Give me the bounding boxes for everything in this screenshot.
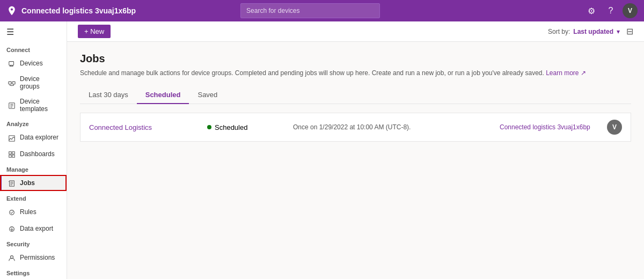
page-subtitle: Schedule and manage bulk actions for dev…: [80, 68, 631, 78]
content-toolbar: + New Sort by: Last updated ▾ ⊟: [67, 21, 644, 42]
hamburger-button[interactable]: ☰: [0, 21, 67, 42]
sidebar-item-data-explorer-label: Data explorer: [20, 134, 58, 141]
sidebar-item-permissions[interactable]: Permissions: [0, 249, 67, 266]
page-body: Jobs Schedule and manage bulk actions fo…: [67, 42, 644, 152]
status-dot-scheduled: [207, 125, 211, 129]
jobs-icon: [8, 179, 16, 187]
main-layout: ☰ Connect Devices Device groups Device t…: [0, 21, 644, 279]
app-logo: Connected logistics 3vuaj1x6bp: [6, 5, 136, 16]
sort-section: Sort by: Last updated ▾ ⊟: [548, 26, 633, 36]
location-pin-icon: [6, 5, 17, 16]
sidebar-item-data-explorer[interactable]: Data explorer: [0, 129, 67, 145]
tab-scheduled[interactable]: Scheduled: [137, 86, 189, 104]
svg-rect-14: [9, 135, 15, 141]
sidebar-item-device-groups-label: Device groups: [20, 75, 60, 90]
svg-rect-16: [12, 152, 14, 154]
sidebar-section-connect: Connect: [0, 42, 67, 55]
permissions-icon: [8, 253, 16, 262]
help-icon[interactable]: ?: [603, 3, 618, 18]
sidebar-section-extend: Extend: [0, 191, 67, 204]
svg-point-23: [10, 210, 14, 215]
tab-saved[interactable]: Saved: [189, 86, 226, 104]
sidebar-item-dashboards[interactable]: Dashboards: [0, 146, 67, 162]
sidebar-item-device-templates-label: Device templates: [20, 98, 60, 113]
sidebar-item-permissions-label: Permissions: [20, 254, 55, 261]
device-templates-icon: [8, 101, 16, 109]
job-user-avatar: V: [607, 120, 622, 135]
job-schedule: Once on 1/29/2022 at 10:00 AM (UTC-8).: [293, 123, 500, 131]
sidebar-section-security: Security: [0, 237, 67, 249]
device-groups-icon: [8, 78, 16, 87]
sidebar-section-manage: Manage: [0, 162, 67, 175]
job-name-link[interactable]: Connected Logistics: [89, 123, 207, 131]
sidebar-item-jobs-label: Jobs: [20, 179, 35, 187]
sidebar-item-rules-label: Rules: [20, 208, 36, 216]
sidebar-item-rules[interactable]: Rules: [0, 204, 67, 220]
app-name: Connected logistics 3vuaj1x6bp: [21, 6, 136, 15]
job-status-label: Scheduled: [215, 123, 247, 131]
svg-rect-17: [9, 155, 11, 157]
svg-rect-4: [9, 82, 11, 84]
sidebar-item-jobs[interactable]: Jobs: [0, 175, 67, 191]
sort-prefix-label: Sort by:: [548, 28, 570, 35]
svg-rect-5: [12, 82, 15, 84]
sidebar-item-devices[interactable]: Devices: [0, 55, 67, 71]
new-job-button[interactable]: + New: [78, 25, 111, 38]
learn-more-link[interactable]: Learn more ↗: [546, 69, 586, 77]
topbar: Connected logistics 3vuaj1x6bp ⚙ ? V: [0, 0, 644, 21]
filter-icon[interactable]: ⊟: [626, 26, 633, 36]
svg-rect-15: [9, 152, 11, 154]
sidebar-item-devices-label: Devices: [20, 60, 43, 67]
sort-value-button[interactable]: Last updated: [573, 28, 613, 35]
data-export-icon: [8, 224, 16, 232]
job-status: Scheduled: [207, 123, 293, 131]
user-avatar[interactable]: V: [623, 3, 638, 18]
rules-icon: [8, 208, 16, 216]
sidebar-section-settings: Settings: [0, 266, 67, 278]
page-title: Jobs: [80, 53, 631, 65]
sidebar-item-device-groups[interactable]: Device groups: [0, 71, 67, 94]
device-icon: [8, 59, 16, 68]
search-input[interactable]: [240, 3, 380, 18]
job-app-link[interactable]: Connected logistics 3vuaj1x6bp: [500, 123, 607, 131]
sidebar-section-analyze: Analyze: [0, 116, 67, 129]
sort-chevron-icon[interactable]: ▾: [617, 28, 620, 35]
jobs-tabs: Last 30 days Scheduled Saved: [80, 86, 631, 104]
sidebar: ☰ Connect Devices Device groups Device t…: [0, 21, 67, 279]
dashboards-icon: [8, 150, 16, 158]
sidebar-item-device-templates[interactable]: Device templates: [0, 94, 67, 116]
svg-rect-0: [9, 62, 14, 65]
topbar-actions: ⚙ ? V: [584, 3, 638, 18]
main-content: + New Sort by: Last updated ▾ ⊟ Jobs Sch…: [67, 21, 644, 279]
job-list: Connected Logistics Scheduled Once on 1/…: [80, 113, 631, 142]
search-bar[interactable]: [240, 3, 380, 18]
svg-rect-18: [12, 155, 14, 157]
data-explorer-icon: [8, 133, 16, 142]
tab-last30days[interactable]: Last 30 days: [80, 86, 137, 104]
settings-icon[interactable]: ⚙: [584, 3, 599, 18]
sidebar-item-data-export-label: Data export: [20, 225, 53, 232]
sidebar-item-dashboards-label: Dashboards: [20, 150, 55, 158]
table-row: Connected Logistics Scheduled Once on 1/…: [80, 113, 631, 141]
sidebar-item-data-export[interactable]: Data export: [0, 220, 67, 236]
